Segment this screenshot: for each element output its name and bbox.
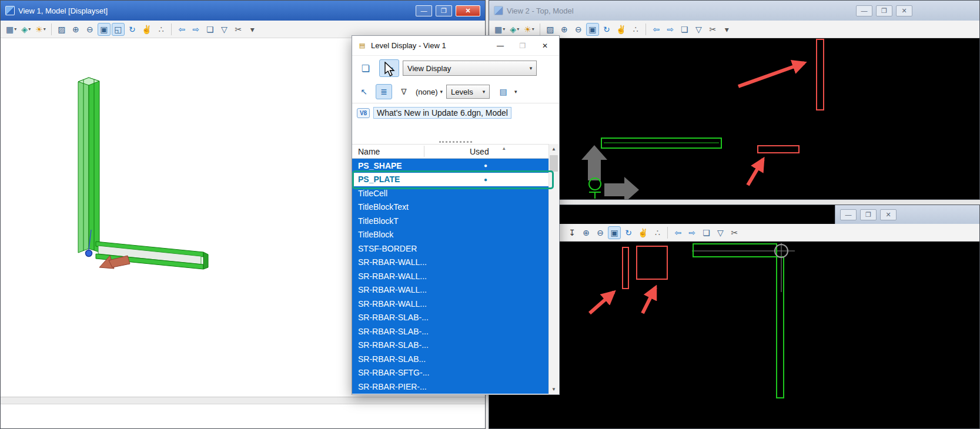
- display-style-icon[interactable]: ◈▾: [508, 23, 521, 36]
- level-row[interactable]: SR-RBAR-SLAB-...: [352, 338, 549, 353]
- display-style-icon[interactable]: ◈▾: [19, 23, 32, 36]
- clip-volume-icon[interactable]: ▽: [714, 226, 727, 239]
- zoom-in-icon[interactable]: ⊕: [558, 23, 571, 36]
- zoom-out-icon[interactable]: ⊖: [594, 226, 607, 239]
- change-level-button[interactable]: ↖: [356, 84, 372, 99]
- walk-icon[interactable]: ∴: [629, 23, 642, 36]
- zoom-in-icon[interactable]: ⊕: [69, 23, 82, 36]
- tree-display-toggle-button[interactable]: ≣: [376, 84, 392, 99]
- close-button[interactable]: ✕: [536, 39, 554, 52]
- symbology-dropdown[interactable]: ▤ ▾: [494, 84, 517, 99]
- level-row[interactable]: TitleCell: [352, 186, 549, 200]
- adjust-brightness-icon[interactable]: ☀▾: [522, 23, 536, 36]
- pan-view-icon[interactable]: ✌: [614, 23, 628, 36]
- minimize-button[interactable]: —: [416, 5, 432, 16]
- level-row[interactable]: SR-RBAR-SLAB...: [352, 352, 549, 366]
- level-row[interactable]: SR-RBAR-PIER-...: [352, 380, 549, 394]
- vertical-scrollbar[interactable]: ▲ ▼: [548, 144, 558, 394]
- zoom-out-icon[interactable]: ⊖: [572, 23, 585, 36]
- fit-view-icon[interactable]: ◱: [112, 23, 125, 36]
- walk-icon[interactable]: ∴: [155, 23, 168, 36]
- level-row[interactable]: SR-RBAR-WALL...: [352, 269, 549, 283]
- splitter-handle[interactable]: [352, 139, 559, 144]
- update-view-icon[interactable]: ▨: [544, 23, 557, 36]
- minimize-button[interactable]: —: [491, 39, 510, 52]
- apply-to-window-button[interactable]: ▭: [379, 59, 399, 77]
- level-row[interactable]: SR-RBAR-WALL...: [352, 297, 549, 311]
- level-row[interactable]: SR-RBAR-WALL...: [352, 256, 549, 270]
- update-view-icon[interactable]: ↧: [566, 226, 578, 239]
- scrollbar-thumb[interactable]: [550, 155, 558, 172]
- zoom-in-icon[interactable]: ⊕: [580, 226, 593, 239]
- copy-view-icon[interactable]: ❏: [203, 23, 216, 36]
- maximize-button[interactable]: ❐: [876, 5, 892, 16]
- window-area-icon[interactable]: ▣: [586, 23, 599, 36]
- window-area-icon[interactable]: ▣: [98, 23, 111, 36]
- clip-tools-dropdown-icon[interactable]: ▾: [246, 23, 259, 36]
- display-mode-combobox[interactable]: Levels ▾: [446, 85, 490, 99]
- view-next-icon[interactable]: ⇨: [664, 23, 677, 36]
- close-button[interactable]: ✕: [880, 209, 897, 220]
- level-row[interactable]: SR-RBAR-SLAB-...: [352, 311, 549, 325]
- level-row[interactable]: SR-RBAR-SFTG-...: [352, 366, 549, 380]
- view3-titlebar[interactable]: — ❐ ✕: [489, 205, 979, 224]
- level-row[interactable]: SR-RBAR-WALL...: [352, 283, 549, 297]
- view-window-icon: [5, 6, 15, 15]
- clip-mask-icon[interactable]: ✂: [232, 23, 245, 36]
- view-attributes-icon[interactable]: ▦▾: [4, 23, 18, 36]
- filter-dropdown[interactable]: (none) ▾: [416, 88, 443, 96]
- view-attributes-icon[interactable]: ▦▾: [493, 23, 507, 36]
- level-row[interactable]: PS_SHAPE●: [352, 159, 549, 173]
- level-row[interactable]: PS_PLATE●: [352, 173, 549, 187]
- filter-icon[interactable]: ∇: [396, 84, 412, 99]
- pan-view-icon[interactable]: ✌: [140, 23, 153, 36]
- rotate-view-icon[interactable]: ↻: [126, 23, 139, 36]
- pan-view-icon[interactable]: ✌: [636, 226, 650, 239]
- clip-mask-icon[interactable]: ✂: [728, 226, 741, 239]
- copy-view-icon[interactable]: ❏: [700, 226, 713, 239]
- scroll-down-icon[interactable]: ▼: [549, 384, 558, 394]
- window-area-icon[interactable]: ▣: [608, 226, 621, 239]
- view1-titlebar[interactable]: View 1, Model [Displayset] — ❐ ✕: [1, 1, 485, 21]
- minimize-button[interactable]: —: [856, 5, 872, 16]
- apply-to-open-views-button[interactable]: ❏: [356, 59, 376, 77]
- minimize-button[interactable]: —: [840, 209, 857, 220]
- update-view-icon[interactable]: ▨: [55, 23, 68, 36]
- tree-item-model[interactable]: V8 What's New in Update 6.dgn, Model: [357, 107, 554, 119]
- level-row[interactable]: TitleBlockText: [352, 200, 549, 214]
- walk-icon[interactable]: ∴: [651, 226, 664, 239]
- view-previous-icon[interactable]: ⇦: [671, 226, 684, 239]
- dialog-titlebar[interactable]: ▤ Level Display - View 1 — ❐ ✕: [352, 36, 559, 56]
- view-display-combobox[interactable]: View Display ▾: [403, 61, 537, 76]
- clip-volume-icon[interactable]: ▽: [692, 23, 705, 36]
- column-header-name[interactable]: Name: [358, 147, 380, 156]
- zoom-out-icon[interactable]: ⊖: [83, 23, 96, 36]
- adjust-brightness-icon[interactable]: ☀▾: [34, 23, 48, 36]
- view-previous-icon[interactable]: ⇦: [175, 23, 188, 36]
- level-row[interactable]: STSF-BORDER: [352, 242, 549, 256]
- view-previous-icon[interactable]: ⇦: [650, 23, 663, 36]
- level-row[interactable]: SR-RBAR-SLAB-...: [352, 324, 549, 338]
- rotate-view-icon[interactable]: ↻: [622, 226, 635, 239]
- view-next-icon[interactable]: ⇨: [189, 23, 202, 36]
- column-divider[interactable]: [424, 146, 424, 157]
- view2-canvas[interactable]: [489, 38, 979, 199]
- rotate-view-icon[interactable]: ↻: [600, 23, 613, 36]
- clip-tools-dropdown-icon[interactable]: ▾: [720, 23, 733, 36]
- copy-view-icon[interactable]: ❏: [678, 23, 691, 36]
- maximize-button[interactable]: ❐: [436, 5, 452, 16]
- column-header-used[interactable]: Used: [470, 147, 489, 156]
- maximize-button[interactable]: ❐: [513, 39, 532, 52]
- view2-titlebar[interactable]: View 2 - Top, Model — ❐ ✕: [489, 1, 979, 21]
- scroll-up-icon[interactable]: ▲: [549, 144, 558, 154]
- view1-horizontal-scrollbar[interactable]: [1, 397, 485, 404]
- level-row[interactable]: TitleBlockT: [352, 214, 549, 228]
- maximize-button[interactable]: ❐: [860, 209, 877, 220]
- close-button[interactable]: ✕: [896, 5, 912, 16]
- clip-volume-icon[interactable]: ▽: [218, 23, 230, 36]
- clip-mask-icon[interactable]: ✂: [706, 23, 719, 36]
- level-row[interactable]: TitleBlock: [352, 228, 549, 242]
- view3-canvas[interactable]: [489, 242, 979, 428]
- view-next-icon[interactable]: ⇨: [685, 226, 698, 239]
- close-button[interactable]: ✕: [456, 5, 480, 16]
